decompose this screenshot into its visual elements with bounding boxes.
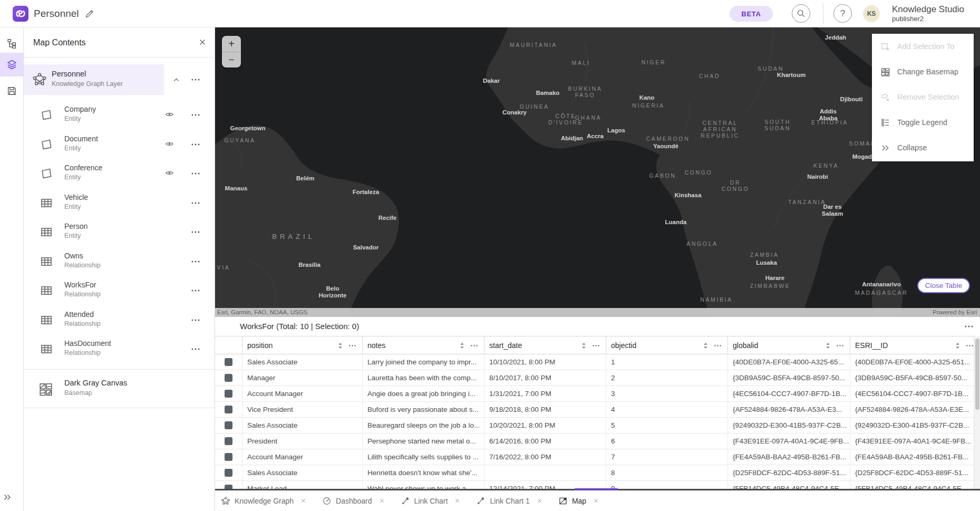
layer-visibility-eye-icon[interactable] (164, 168, 175, 178)
table-options-button[interactable] (964, 323, 974, 330)
context-menu-collapse[interactable]: Collapse (872, 135, 974, 160)
tab-link-chart[interactable]: Link Chart (401, 496, 461, 506)
zoom-in-button[interactable]: + (222, 36, 241, 52)
tab-close-icon[interactable] (300, 498, 306, 504)
cell-esri_id[interactable]: {4EC56104-CCC7-4907-BF7D-1B... (850, 386, 980, 401)
cell-globalid[interactable]: {40DE0B7A-EF0E-4000-A325-65... (728, 354, 850, 370)
sort-icon[interactable] (580, 342, 587, 350)
layer-item-vehicle[interactable]: Vehicle Entity (24, 188, 215, 217)
row-checkbox[interactable] (225, 469, 232, 477)
rail-data-model-button[interactable] (0, 32, 23, 55)
layer-visibility-eye-icon[interactable] (164, 110, 175, 119)
cell-globalid[interactable]: {F43E91EE-097A-40A1-9C4E-9FB... (728, 433, 850, 449)
tab-map[interactable]: Map (558, 496, 599, 506)
cell-start_date[interactable]: 10/10/2021, 8:00 PM (484, 354, 606, 370)
column-options-button[interactable] (836, 342, 845, 349)
sort-icon[interactable] (337, 342, 344, 350)
cell-objectid[interactable]: 4 (606, 402, 728, 417)
layer-visibility-eye-icon[interactable] (164, 139, 175, 149)
row-checkbox[interactable] (225, 485, 232, 489)
cell-objectid[interactable]: 8 (606, 465, 728, 480)
close-panel-icon[interactable] (198, 37, 207, 47)
row-checkbox[interactable] (225, 358, 232, 366)
cell-position[interactable]: President (242, 433, 363, 449)
cell-objectid[interactable]: 5 (606, 418, 728, 433)
layer-options-button[interactable] (190, 228, 201, 236)
cell-notes[interactable]: Beauregard sleeps on the job a lo... (363, 418, 484, 433)
table-row[interactable]: Sales AssociateLarry joined the company … (215, 354, 980, 370)
cell-globalid[interactable]: {AF524884-9826-478A-A53A-E3... (728, 402, 850, 417)
cell-objectid[interactable]: 2 (606, 370, 728, 385)
column-header-start_date[interactable]: start_date (484, 336, 606, 354)
table-row[interactable]: Vice PresidentBuford is very passionate … (215, 402, 980, 418)
column-options-button[interactable] (713, 342, 722, 349)
layer-item-worksfor[interactable]: WorksFor Relationship (24, 276, 215, 305)
cell-start_date[interactable]: 10/20/2021, 8:00 PM (484, 418, 606, 433)
cell-start_date[interactable]: 12/14/2021, 7:00 PM (484, 481, 606, 489)
table-row[interactable]: Sales AssociateBeauregard sleeps on the … (215, 418, 980, 433)
rail-save-button[interactable] (0, 79, 23, 103)
column-header-position[interactable]: position (242, 336, 363, 354)
cell-notes[interactable]: Larry joined the company to impr... (363, 354, 484, 370)
cell-notes[interactable]: Wahl never shows up to work a... (363, 481, 484, 489)
layer-item-conference[interactable]: Conference Entity (24, 159, 215, 188)
table-row[interactable]: Market LeadWahl never shows up to work a… (215, 481, 980, 489)
context-menu-toggle-legend[interactable]: Toggle Legend (872, 110, 974, 135)
table-row[interactable]: Account ManagerAngie does a great job br… (215, 386, 980, 402)
layer-options-button[interactable] (190, 169, 201, 178)
rail-layers-button[interactable] (0, 53, 23, 76)
layer-item-document[interactable]: Document Entity (24, 130, 215, 159)
layer-item-attended[interactable]: Attended Relationship (24, 305, 215, 334)
layer-item-owns[interactable]: Owns Relationship (24, 247, 215, 276)
cell-position[interactable]: Account Manager (242, 449, 363, 465)
cell-position[interactable]: Vice President (242, 402, 363, 417)
cell-notes[interactable]: Buford is very passionate about s... (363, 402, 484, 417)
cell-notes[interactable]: Angie does a great job bringing i... (363, 386, 484, 401)
cell-objectid[interactable]: 1 (606, 354, 728, 370)
cell-start_date[interactable]: 8/10/2017, 8:00 PM (484, 370, 606, 385)
row-checkbox[interactable] (225, 421, 232, 429)
cell-start_date[interactable]: 6/14/2016, 8:00 PM (484, 433, 606, 449)
table-row[interactable]: PresidentPersephone started new metal o.… (215, 433, 980, 449)
cell-globalid[interactable]: {9249032D-E300-41B5-937F-C2B... (728, 418, 850, 433)
cell-esri_id[interactable]: {D25F8DCF-62DC-4D53-889F-51... (850, 465, 980, 480)
cell-position[interactable]: Sales Associate (242, 354, 363, 370)
close-table-button[interactable]: Close Table (917, 278, 970, 293)
help-button[interactable]: ? (833, 4, 852, 23)
context-menu-change-basemap[interactable]: Change Basemap (872, 59, 974, 84)
user-avatar[interactable]: KS (863, 5, 880, 22)
cell-start_date[interactable]: 9/18/2018, 8:00 PM (484, 402, 606, 417)
layer-item-person[interactable]: Person Entity (24, 217, 215, 246)
row-checkbox[interactable] (225, 453, 232, 461)
cell-globalid[interactable]: {FE4A59AB-BAA2-495B-B261-FB... (728, 449, 850, 465)
collapse-group-chevron-up-icon[interactable] (172, 75, 181, 84)
tab-close-icon[interactable] (454, 498, 460, 504)
tab-knowledge-graph[interactable]: Knowledge Graph (221, 496, 306, 506)
cell-objectid[interactable]: 7 (606, 449, 728, 465)
layer-group-personnel[interactable]: Personnel Knowledge Graph Layer (24, 64, 164, 95)
zoom-out-button[interactable]: − (222, 52, 241, 68)
column-header-esri_id[interactable]: ESRI__ID (850, 336, 980, 354)
layer-options-button[interactable] (190, 316, 201, 324)
column-header-notes[interactable]: notes (363, 336, 484, 354)
sort-icon[interactable] (459, 342, 465, 350)
cell-globalid[interactable]: {3DB9A59C-B5FA-49CB-8597-50... (728, 370, 850, 385)
row-checkbox[interactable] (225, 390, 232, 398)
column-options-button[interactable] (591, 342, 600, 349)
cell-esri_id[interactable]: {F43E91EE-097A-40A1-9C4E-9FB... (850, 433, 980, 449)
layer-item-hasdocument[interactable]: HasDocument Relationship (24, 334, 215, 363)
map-view[interactable]: MAURITANIAMALINIGERSUDANCHADBURKINAFASON… (215, 27, 980, 317)
layer-options-button[interactable] (190, 140, 201, 149)
cell-position[interactable]: Account Manager (242, 386, 363, 401)
knowledge-studio-logo-icon[interactable] (13, 6, 28, 22)
cell-position[interactable]: Sales Associate (242, 465, 363, 480)
row-checkbox[interactable] (225, 437, 232, 445)
column-header-objectid[interactable]: objectid (606, 336, 728, 354)
cell-position[interactable]: Market Lead (242, 481, 363, 489)
column-options-button[interactable] (965, 342, 974, 349)
expand-rail-chevrons-icon[interactable] (3, 493, 12, 502)
sort-icon[interactable] (954, 342, 961, 350)
cell-esri_id[interactable]: {AF524884-9826-478A-A53A-E3E... (850, 402, 980, 417)
cell-notes[interactable]: Lauretta has been with the comp... (363, 370, 484, 385)
cell-position[interactable]: Manager (242, 370, 363, 385)
